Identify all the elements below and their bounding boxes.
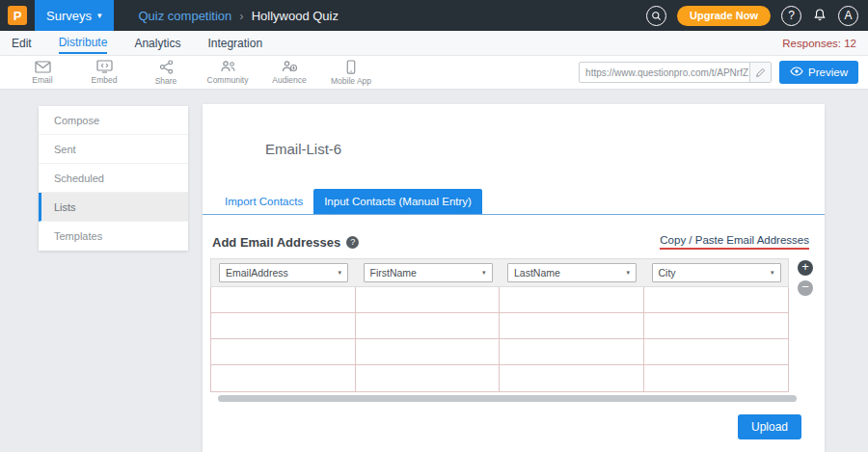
- chevron-down-icon: ▾: [97, 11, 102, 20]
- upgrade-now-button[interactable]: Upgrade Now: [677, 6, 771, 26]
- toolbar-item-label: Share: [155, 76, 177, 86]
- toolbar-item-share[interactable]: Share: [135, 56, 197, 90]
- add-email-addresses-heading: Add Email Addresses ?: [212, 235, 359, 250]
- breadcrumb-separator-icon: ›: [239, 9, 243, 23]
- embed-icon: [96, 60, 113, 73]
- add-row-button[interactable]: +: [798, 260, 813, 276]
- column-header: LastName ▾: [500, 263, 644, 282]
- lastname-cell-input[interactable]: [500, 313, 644, 338]
- email-cell-input[interactable]: [211, 313, 356, 338]
- lastname-cell-input[interactable]: [500, 365, 644, 391]
- tab-edit[interactable]: Edit: [12, 33, 32, 53]
- edit-url-pencil-icon[interactable]: [749, 63, 771, 82]
- survey-url-field[interactable]: https://www.questionpro.com/t/APNrfZ: [579, 62, 772, 83]
- city-cell-input[interactable]: [644, 313, 789, 338]
- city-cell-input[interactable]: [644, 365, 789, 391]
- share-icon: [159, 60, 174, 74]
- help-icon[interactable]: ?: [781, 6, 801, 26]
- tab-integration[interactable]: Integration: [207, 33, 262, 53]
- surveys-label: Surveys: [46, 9, 92, 23]
- remove-row-button[interactable]: −: [798, 280, 813, 296]
- city-cell-input[interactable]: [644, 339, 789, 364]
- email-icon: [35, 61, 51, 73]
- sidebar-item-compose[interactable]: Compose: [39, 106, 188, 135]
- toolbar-item-label: Email: [32, 75, 52, 85]
- email-cell-input[interactable]: [211, 287, 356, 312]
- questionpro-logo[interactable]: P: [8, 6, 27, 25]
- avatar[interactable]: A: [838, 6, 858, 26]
- toolbar-item-embed[interactable]: Embed: [73, 56, 135, 90]
- add-email-addresses-label: Add Email Addresses: [212, 235, 340, 250]
- contacts-tabs: Import Contacts Input Contacts (Manual E…: [203, 189, 825, 215]
- breadcrumb-survey-name[interactable]: Quiz competition: [139, 9, 232, 23]
- toolbar-item-label: Audience: [272, 75, 306, 85]
- table-row: [211, 313, 788, 339]
- toolbar-item-mobile-app[interactable]: Mobile App: [320, 56, 382, 90]
- toolbar-item-email[interactable]: Email: [12, 56, 73, 90]
- app-window: P Surveys ▾ Quiz competition › Hollywood…: [0, 0, 868, 452]
- responses-count[interactable]: Responses: 12: [782, 38, 856, 49]
- tab-input-contacts-manual[interactable]: Input Contacts (Manual Entry): [313, 189, 482, 214]
- column-header: FirstName ▾: [356, 263, 501, 282]
- notifications-bell-icon[interactable]: [812, 8, 827, 23]
- column-select-city[interactable]: City ▾: [652, 263, 781, 282]
- sidebar-item-lists[interactable]: Lists: [39, 193, 188, 222]
- contacts-grid-wrap: EmailAddress ▾ FirstName ▾ LastName: [210, 258, 825, 402]
- horizontal-scrollbar[interactable]: [218, 395, 797, 402]
- toolbar-item-label: Embed: [92, 75, 118, 85]
- chevron-down-icon: ▾: [482, 269, 486, 277]
- firstname-cell-input[interactable]: [356, 287, 501, 312]
- contacts-grid: EmailAddress ▾ FirstName ▾ LastName: [210, 258, 789, 402]
- toolbar-item-community[interactable]: Community: [197, 56, 258, 90]
- toolbar-item-audience[interactable]: Audience: [258, 56, 320, 90]
- lastname-cell-input[interactable]: [500, 287, 644, 312]
- firstname-cell-input[interactable]: [356, 339, 501, 364]
- sidebar-item-scheduled[interactable]: Scheduled: [39, 164, 188, 193]
- chevron-down-icon: ▾: [771, 269, 774, 277]
- email-cell-input[interactable]: [211, 365, 356, 391]
- survey-nav-bar: Edit Distribute Analytics Integration Re…: [0, 31, 868, 56]
- column-select-firstname[interactable]: FirstName ▾: [364, 263, 493, 282]
- column-select-value: FirstName: [370, 267, 417, 279]
- chevron-down-icon: ▾: [338, 269, 341, 277]
- firstname-cell-input[interactable]: [356, 365, 501, 391]
- contacts-grid-header: EmailAddress ▾ FirstName ▾ LastName: [210, 258, 789, 287]
- audience-icon: [282, 60, 298, 73]
- table-row: [211, 339, 788, 365]
- column-header: City ▾: [644, 263, 789, 282]
- email-list-panel: Email-List-6 Import Contacts Input Conta…: [203, 104, 825, 452]
- preview-button[interactable]: Preview: [779, 61, 858, 84]
- upload-button[interactable]: Upload: [738, 414, 801, 439]
- lastname-cell-input[interactable]: [500, 339, 644, 364]
- mobile-app-icon: [346, 60, 356, 74]
- copy-paste-email-addresses-link[interactable]: Copy / Paste Email Addresses: [660, 234, 809, 250]
- community-icon: [220, 60, 236, 73]
- tab-distribute[interactable]: Distribute: [59, 32, 108, 54]
- column-select-lastname[interactable]: LastName ▾: [507, 263, 637, 282]
- toolbar-item-label: Mobile App: [331, 76, 371, 86]
- firstname-cell-input[interactable]: [356, 313, 501, 338]
- email-sidebar: Compose Sent Scheduled Lists Templates: [39, 106, 188, 251]
- table-row: [211, 287, 788, 313]
- breadcrumb: Quiz competition › Hollywood Quiz: [139, 9, 339, 23]
- column-header: EmailAddress ▾: [211, 263, 356, 282]
- sidebar-item-sent[interactable]: Sent: [39, 135, 188, 164]
- search-icon[interactable]: [646, 6, 666, 26]
- email-cell-input[interactable]: [211, 339, 356, 364]
- tab-import-contacts[interactable]: Import Contacts: [214, 189, 313, 214]
- sidebar-item-templates[interactable]: Templates: [39, 222, 188, 251]
- tab-analytics[interactable]: Analytics: [134, 33, 180, 53]
- topbar-actions: Upgrade Now ? A: [646, 6, 858, 26]
- surveys-menu-button[interactable]: Surveys ▾: [35, 0, 114, 31]
- survey-link-group: https://www.questionpro.com/t/APNrfZ Pre…: [579, 61, 858, 84]
- breadcrumb-page-name: Hollywood Quiz: [252, 9, 339, 23]
- column-select-emailaddress[interactable]: EmailAddress ▾: [219, 263, 348, 282]
- city-cell-input[interactable]: [644, 287, 789, 312]
- help-icon[interactable]: ?: [346, 236, 359, 249]
- top-bar: P Surveys ▾ Quiz competition › Hollywood…: [0, 0, 868, 31]
- distribute-toolbar: Email Embed Share Community Audience: [0, 56, 868, 90]
- eye-icon: [790, 66, 803, 78]
- email-list-title: Email-List-6: [265, 141, 825, 157]
- table-row: [211, 365, 788, 391]
- add-emails-header-row: Add Email Addresses ? Copy / Paste Email…: [212, 234, 809, 250]
